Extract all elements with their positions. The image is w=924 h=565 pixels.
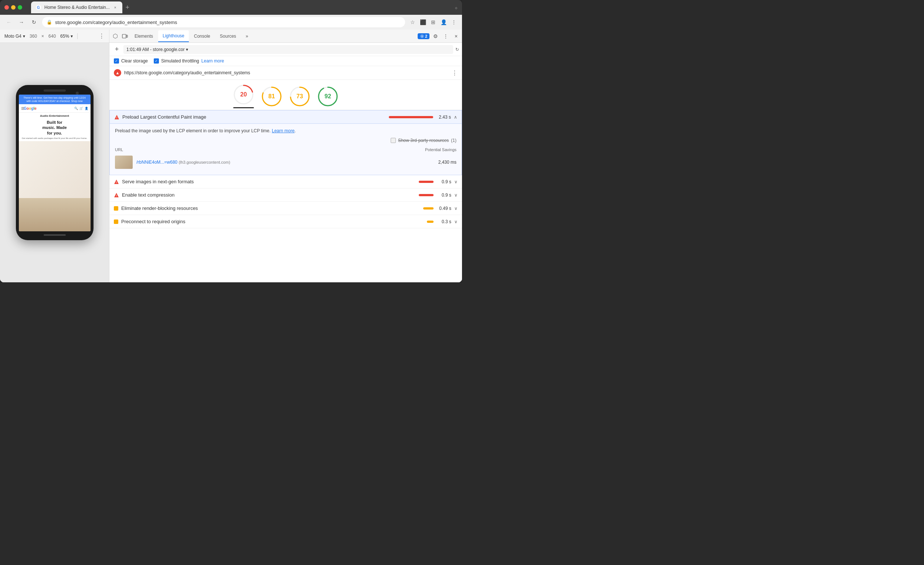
lighthouse-reload-button[interactable]: ↻: [455, 47, 459, 52]
address-bar: ← → ↻ 🔒 store.google.com/category/audio_…: [0, 15, 462, 30]
throttling-checkbox[interactable]: ✓: [154, 58, 159, 64]
settings-button[interactable]: ⚙: [431, 32, 440, 40]
audit-preload-lcp-header[interactable]: ! Preload Largest Contentful Paint image…: [110, 111, 462, 124]
audit-preload-lcp-collapse[interactable]: ∧: [454, 115, 457, 120]
account-icon[interactable]: 👤: [85, 107, 88, 110]
audit-next-gen-header[interactable]: ! Serve images in next-gen formats 0.9 s…: [110, 175, 462, 188]
audit-preconnect-expand[interactable]: ∨: [454, 219, 458, 224]
forward-button[interactable]: →: [17, 18, 26, 27]
audit-render-blocking-expand[interactable]: ∨: [454, 206, 458, 211]
devtools-device-button[interactable]: [120, 32, 129, 40]
phone-home-bar: [44, 234, 66, 236]
audit-preconnect-time: 0.3 s: [436, 219, 451, 224]
audit-text-compression-name: Enable text compression: [122, 192, 416, 198]
tab-close-button[interactable]: ×: [113, 5, 118, 10]
devtools-close-button[interactable]: ×: [452, 32, 460, 40]
audit-learn-more-link[interactable]: Learn more: [272, 128, 294, 133]
svg-rect-3: [126, 35, 128, 37]
google-favicon: G: [36, 4, 41, 10]
throttling-label: Simulated throttling: [161, 58, 199, 64]
search-icon[interactable]: 🔍: [74, 107, 78, 110]
device-toolbar: Moto G4 ▾ 360 × 640 65% ▾ ⋮: [0, 30, 109, 43]
issues-count: 2: [425, 34, 427, 39]
title-bar-actions: ⬦: [454, 4, 458, 10]
audit-preload-lcp-description: Preload the image used by the LCP elemen…: [110, 124, 462, 136]
lighthouse-url-selector[interactable]: 1:01:49 AM - store.google.cor ▾: [123, 45, 453, 54]
svg-text:!: !: [116, 194, 117, 197]
audit-time-bar-red: [389, 116, 433, 118]
close-button[interactable]: [4, 5, 9, 10]
resource-url[interactable]: /rbNNiE4oM...=w680 (lh3.googleuserconten…: [136, 160, 430, 165]
clear-storage-label: Clear storage: [121, 58, 148, 64]
show-3rd-party-label: Show 3rd-party resources: [398, 138, 449, 143]
tab-console[interactable]: Console: [190, 30, 215, 42]
score-value-81: 81: [268, 93, 275, 100]
dimension-x: ×: [41, 34, 44, 39]
star-icon[interactable]: ☆: [409, 18, 416, 26]
score-value-20: 20: [240, 91, 247, 98]
audit-text-compression-header[interactable]: ! Enable text compression 0.9 s ∨: [110, 189, 462, 201]
device-selector[interactable]: Moto G4 ▾: [4, 34, 25, 39]
devtools-inspect-button[interactable]: ⬡: [111, 32, 120, 40]
show-3rd-party-checkbox[interactable]: [391, 138, 396, 143]
audit-warning-yellow-icon: [114, 206, 118, 211]
throttling-option[interactable]: ✓ Simulated throttling Learn more: [154, 58, 224, 64]
devtools-right-actions: i 2 ⚙ ⋮ ×: [418, 32, 460, 40]
audit-render-blocking: Eliminate render-blocking resources 0.49…: [110, 202, 462, 215]
audit-next-gen-expand[interactable]: ∨: [454, 179, 458, 184]
clear-storage-checkbox[interactable]: ✓: [114, 58, 119, 64]
lighthouse-add-button[interactable]: +: [112, 45, 121, 54]
resource-thumbnail: [115, 156, 133, 169]
tab-sources[interactable]: Sources: [216, 30, 241, 42]
score-performance[interactable]: 20: [233, 84, 254, 108]
google-logo: Google: [27, 106, 34, 111]
tab-elements[interactable]: Elements: [130, 30, 158, 42]
zoom-selector[interactable]: 65% ▾: [60, 34, 73, 39]
tab-more[interactable]: »: [242, 30, 253, 42]
cast-icon[interactable]: ⊞: [429, 18, 437, 26]
audit-next-gen-bar: [419, 181, 434, 183]
issues-badge[interactable]: i 2: [418, 33, 429, 39]
score-seo[interactable]: 92: [318, 86, 338, 107]
score-ring-92: 92: [318, 86, 338, 107]
address-actions: ☆ ⬛ ⊞ 👤 ⋮: [409, 18, 458, 26]
hero-subtext: Get started with audio packages that fit…: [22, 137, 88, 140]
height-value: 640: [48, 34, 56, 39]
score-value-92: 92: [324, 93, 331, 100]
new-tab-button[interactable]: +: [122, 2, 133, 13]
score-value-73: 73: [296, 93, 303, 100]
refresh-button[interactable]: ↻: [30, 18, 39, 27]
col-url-label: URL: [115, 147, 123, 152]
audit-text-compression-time: 0.9 s: [436, 193, 451, 198]
device-dropdown-icon: ▾: [23, 34, 25, 39]
device-toolbar-more[interactable]: ⋮: [99, 33, 105, 39]
devtools-more-button[interactable]: ⋮: [441, 32, 450, 40]
audit-bar-red-2: [419, 181, 434, 183]
maximize-button[interactable]: [18, 5, 22, 10]
lighthouse-scores: 20 81: [110, 80, 462, 110]
audit-preconnect-header[interactable]: Preconnect to required origins 0.3 s ∨: [110, 215, 462, 228]
score-accessibility[interactable]: 81: [261, 86, 282, 107]
score-best-practices[interactable]: 73: [290, 86, 310, 107]
audit-bar-red-3: [419, 194, 434, 196]
minimize-button[interactable]: [11, 5, 15, 10]
toolbar-separator: [77, 33, 78, 39]
active-tab[interactable]: G Home Stereo & Audio Entertain... ×: [31, 1, 122, 13]
back-button[interactable]: ←: [4, 18, 13, 27]
extensions-icon[interactable]: ⬛: [419, 18, 426, 26]
clear-storage-option[interactable]: ✓ Clear storage: [114, 58, 148, 64]
phone-camera: [76, 91, 79, 94]
audit-url-more-button[interactable]: ⋮: [452, 69, 458, 76]
audit-preconnect: Preconnect to required origins 0.3 s ∨: [110, 215, 462, 228]
tab-lighthouse[interactable]: Lighthouse: [158, 30, 189, 42]
lighthouse-timestamp-url: 1:01:49 AM - store.google.cor ▾: [126, 47, 188, 52]
audit-next-gen-name: Serve images in next-gen formats: [122, 179, 416, 184]
audit-text-compression-expand[interactable]: ∨: [454, 193, 458, 198]
profile-icon[interactable]: 👤: [440, 18, 447, 26]
throttling-learn-more-link[interactable]: Learn more: [201, 58, 224, 64]
more-icon[interactable]: ⋮: [450, 18, 458, 26]
url-input[interactable]: 🔒 store.google.com/category/audio_entert…: [42, 17, 405, 27]
header-icons: 🔍 🛒 👤: [74, 107, 88, 110]
cart-icon[interactable]: 🛒: [80, 107, 83, 110]
audit-render-blocking-header[interactable]: Eliminate render-blocking resources 0.49…: [110, 202, 462, 215]
